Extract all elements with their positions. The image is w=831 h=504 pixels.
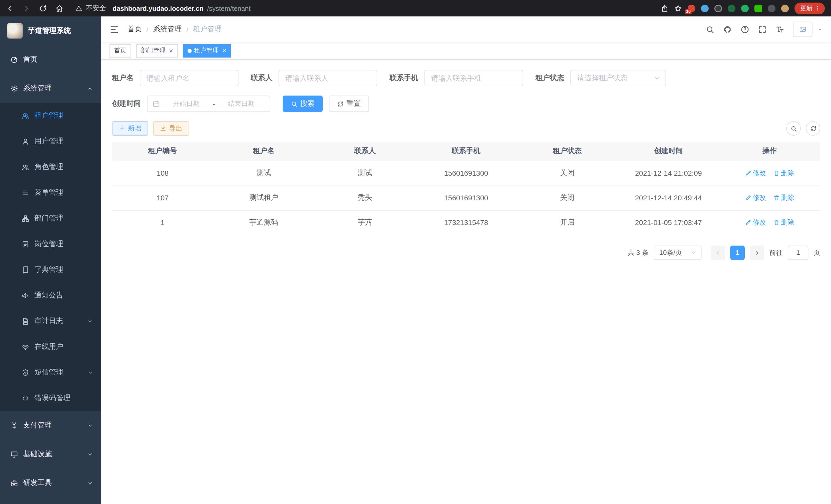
sidebar-item-label: 字典管理	[34, 265, 63, 274]
active-tab-dot	[187, 49, 192, 53]
breadcrumb-item-1[interactable]: 首页	[127, 25, 142, 34]
pagination: 共 3 条 10条/页 1 前往 页	[112, 245, 820, 260]
edit-button[interactable]: 修改	[745, 169, 766, 178]
browser-home-icon[interactable]	[56, 4, 63, 12]
delete-button-label: 删除	[781, 169, 794, 178]
cell-phone: 15601691300	[416, 185, 517, 210]
extension-icon-2[interactable]	[701, 4, 709, 12]
sidebar-item-label: 基础设施	[23, 449, 52, 459]
sidebar-toggle-icon[interactable]	[110, 24, 119, 34]
extension-icon-4[interactable]	[728, 4, 736, 12]
cell-created: 2021-01-05 17:03:47	[618, 210, 719, 235]
search-icon[interactable]	[706, 25, 714, 34]
sidebar-item-4[interactable]: 用户管理	[0, 128, 101, 154]
chevron-down-icon	[654, 75, 660, 82]
update-button[interactable]: 更新	[795, 2, 825, 14]
bookmark-star-icon[interactable]	[674, 4, 682, 12]
add-button[interactable]: 新增	[112, 121, 148, 136]
tab-close-icon[interactable]: ×	[222, 47, 226, 54]
search-button-label: 搜索	[300, 99, 315, 109]
browser-forward-icon[interactable]	[23, 4, 30, 12]
sidebar-item-13[interactable]: 短信管理	[0, 360, 101, 385]
page-size-select[interactable]: 10条/页	[654, 245, 701, 260]
font-size-icon[interactable]	[775, 25, 784, 34]
tab-close-icon[interactable]: ×	[169, 47, 173, 54]
help-icon[interactable]	[741, 25, 749, 34]
tab-1[interactable]: 首页	[110, 44, 131, 57]
sidebar-item-7[interactable]: 部门管理	[0, 206, 101, 231]
address-bar[interactable]: 不安全 dashboard.yudao.iocoder.cn/system/te…	[76, 4, 657, 13]
edit-button[interactable]: 修改	[745, 218, 766, 227]
fullscreen-icon[interactable]	[758, 25, 767, 34]
sidebar-item-3[interactable]: 租户管理	[0, 103, 101, 128]
avatar-caret-icon[interactable]	[817, 26, 823, 32]
app-shell: 芋道管理系统 首页系统管理租户管理用户管理角色管理菜单管理部门管理岗位管理字典管…	[0, 17, 831, 504]
page-1-button[interactable]: 1	[730, 245, 745, 260]
sidebar-item-16[interactable]: 基础设施	[0, 440, 101, 469]
search-button[interactable]: 搜索	[283, 95, 323, 112]
sidebar-item-8[interactable]: 岗位管理	[0, 231, 101, 257]
toggle-search-button[interactable]	[786, 121, 801, 136]
edit-button[interactable]: 修改	[745, 193, 766, 202]
column-header-3: 联系人	[314, 142, 416, 161]
sidebar-item-6[interactable]: 菜单管理	[0, 180, 101, 206]
extension-icon-7[interactable]	[768, 4, 775, 12]
avatar[interactable]	[793, 22, 812, 37]
sidebar-item-17[interactable]: 研发工具	[0, 469, 101, 497]
sidebar-item-11[interactable]: 审计日志	[0, 308, 101, 334]
sidebar-item-10[interactable]: 通知公告	[0, 283, 101, 308]
browser-back-icon[interactable]	[6, 4, 14, 12]
share-icon[interactable]	[661, 4, 668, 12]
sidebar-item-9[interactable]: 字典管理	[0, 257, 101, 283]
start-date-placeholder: 开始日期	[163, 99, 210, 109]
tenant-name-input[interactable]	[140, 70, 238, 86]
delete-button[interactable]: 删除	[773, 218, 794, 227]
browser-menu-dots-icon[interactable]	[814, 5, 821, 11]
sidebar-item-2[interactable]: 系统管理	[0, 74, 101, 103]
sidebar-logo[interactable]: 芋道管理系统	[0, 17, 101, 45]
extension-icon-1[interactable]: 10	[688, 4, 695, 12]
prev-page-button[interactable]	[711, 245, 725, 260]
cell-name: 测试	[213, 161, 315, 185]
phone-label: 联系手机	[390, 73, 418, 83]
sidebar-item-label: 用户管理	[34, 137, 63, 146]
refresh-table-button[interactable]	[806, 121, 820, 136]
sidebar-item-label: 部门管理	[34, 214, 63, 223]
browser-reload-icon[interactable]	[39, 4, 47, 12]
phone-input[interactable]	[425, 70, 523, 86]
browser-nav-buttons	[6, 4, 63, 12]
delete-button[interactable]: 删除	[773, 169, 794, 178]
tab-2[interactable]: 部门管理×	[136, 44, 177, 57]
contact-input[interactable]	[279, 70, 377, 86]
sidebar-item-14[interactable]: 错误码管理	[0, 385, 101, 411]
tab-label: 首页	[114, 46, 126, 55]
sidebar-item-1[interactable]: 首页	[0, 45, 101, 74]
export-button[interactable]: 导出	[153, 121, 189, 136]
github-icon[interactable]	[723, 25, 732, 34]
extension-icon-5[interactable]	[741, 4, 749, 12]
table-toolbar: 新增 导出	[112, 121, 820, 136]
filter-create-time: 创建时间 开始日期 - 结束日期	[112, 95, 270, 112]
cell-actions: 修改删除	[719, 185, 820, 210]
goto-page-input[interactable]	[788, 245, 808, 260]
create-time-range-picker[interactable]: 开始日期 - 结束日期	[147, 95, 270, 112]
extension-icon-3[interactable]	[714, 4, 722, 12]
sidebar-item-15[interactable]: 支付管理	[0, 411, 101, 440]
extension-icon-6[interactable]	[754, 4, 762, 12]
cell-contact: 芋艿	[314, 210, 416, 235]
breadcrumb-item-2[interactable]: 系统管理	[153, 25, 182, 34]
sidebar-item-label: 审计日志	[34, 317, 63, 326]
extension-icon-8[interactable]	[781, 4, 789, 12]
table-row-2: 107测试租户秃头15601691300关闭2021-12-14 20:49:4…	[112, 185, 820, 210]
tab-3[interactable]: 租户管理×	[183, 44, 231, 57]
reset-button[interactable]: 重置	[329, 95, 369, 112]
next-page-button[interactable]	[750, 245, 764, 260]
tenant-table: 租户编号租户名联系人联系手机租户状态创建时间操作 108测试测试15601691…	[112, 142, 820, 235]
delete-button[interactable]: 删除	[773, 193, 794, 202]
sidebar-item-12[interactable]: 在线用户	[0, 334, 101, 360]
update-label: 更新	[800, 4, 812, 12]
download-icon	[160, 125, 167, 132]
tenant-status-select[interactable]: 请选择租户状态	[570, 70, 666, 86]
cell-phone: 15601691300	[416, 161, 517, 185]
sidebar-item-5[interactable]: 角色管理	[0, 154, 101, 180]
